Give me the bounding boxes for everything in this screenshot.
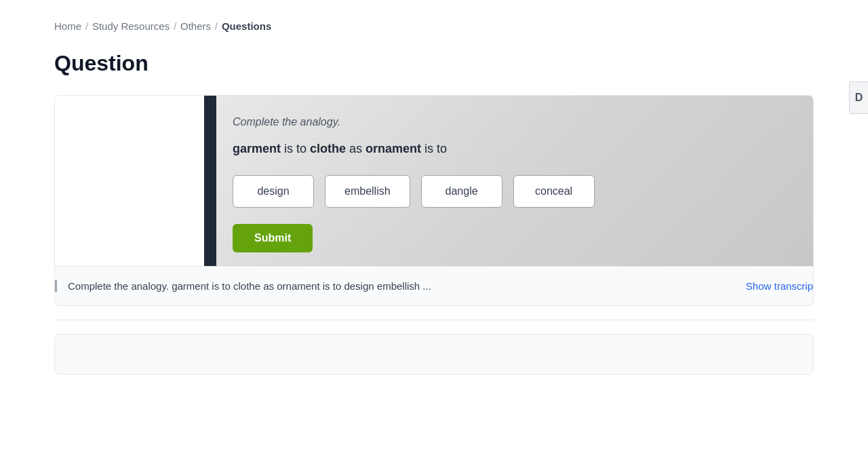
question-card: Complete the analogy. garment is to clot… xyxy=(54,95,814,306)
breadcrumb-home[interactable]: Home xyxy=(54,20,81,32)
breadcrumb-sep-1: / xyxy=(85,21,88,32)
dark-bar xyxy=(204,96,216,266)
option-embellish[interactable]: embellish xyxy=(325,175,410,208)
option-design[interactable]: design xyxy=(233,175,314,208)
breadcrumb: Home / Study Resources / Others / Questi… xyxy=(54,20,814,32)
section-divider xyxy=(54,320,814,320)
transcript-text: Complete the analogy. garment is to clot… xyxy=(55,280,732,292)
bottom-card xyxy=(54,334,814,375)
page-title-row: Question xyxy=(54,51,814,76)
left-space xyxy=(55,96,204,266)
option-dangle[interactable]: dangle xyxy=(421,175,502,208)
analogy-connector3: is to xyxy=(421,142,447,155)
breadcrumb-others[interactable]: Others xyxy=(180,20,211,32)
page-title: Question xyxy=(54,51,149,76)
question-image-area: Complete the analogy. garment is to clot… xyxy=(55,96,813,266)
option-conceal[interactable]: conceal xyxy=(513,175,595,208)
analogy-connector2: as xyxy=(346,142,366,155)
right-panel-button[interactable]: D xyxy=(849,81,868,114)
analogy-instruction: Complete the analogy. xyxy=(233,116,797,128)
question-content-area: Complete the analogy. garment is to clot… xyxy=(216,96,813,266)
breadcrumb-study-resources[interactable]: Study Resources xyxy=(92,20,170,32)
analogy-word1: garment xyxy=(233,142,281,155)
breadcrumb-questions: Questions xyxy=(222,20,271,32)
analogy-connector1: is to xyxy=(281,142,310,155)
breadcrumb-sep-3: / xyxy=(215,21,218,32)
analogy-text: garment is to clothe as ornament is to xyxy=(233,142,797,156)
submit-button[interactable]: Submit xyxy=(233,224,313,252)
breadcrumb-sep-2: / xyxy=(174,21,176,32)
analogy-word3: ornament xyxy=(366,142,421,155)
answer-options: design embellish dangle conceal xyxy=(233,175,797,208)
transcript-bar: Complete the analogy. garment is to clot… xyxy=(55,266,813,305)
show-transcript-button[interactable]: Show transcrip xyxy=(746,280,813,292)
analogy-word2: clothe xyxy=(310,142,346,155)
